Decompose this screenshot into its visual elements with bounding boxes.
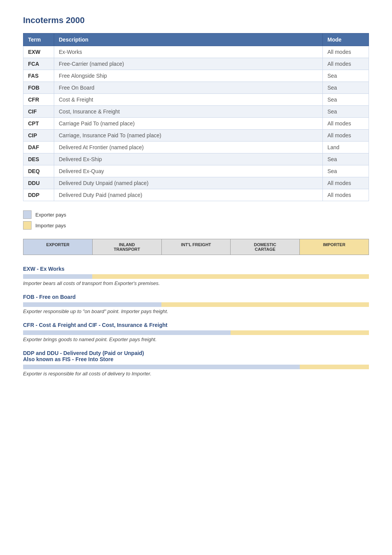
table-row: DAF Delivered At Frontier (named place) …: [23, 142, 369, 153]
mode-cell: Sea: [323, 153, 369, 165]
flow-cell-4: IMPORTER: [300, 239, 369, 255]
importer-color-box: [23, 221, 32, 230]
bar-exporter: [23, 274, 92, 279]
term-cell: FAS: [23, 70, 54, 82]
mode-cell: All modes: [323, 58, 369, 70]
table-row: CIF Cost, Insurance & Freight Sea: [23, 106, 369, 118]
mode-cell: All modes: [323, 130, 369, 142]
term-cell: DAF: [23, 142, 54, 153]
bar-exporter: [23, 302, 161, 307]
section-desc-exw: Importer bears all costs of transport fr…: [23, 280, 369, 286]
term-cell: EXW: [23, 46, 54, 58]
legend: Exporter pays Importer pays: [23, 210, 369, 230]
mode-cell: Sea: [323, 106, 369, 118]
table-row: DDP Delivered Duty Paid (named place) Al…: [23, 189, 369, 201]
bar-importer: [92, 274, 369, 279]
term-cell: DDU: [23, 177, 54, 189]
term-cell: DDP: [23, 189, 54, 201]
section-title-exw: EXW - Ex Works: [23, 266, 369, 272]
legend-exporter: Exporter pays: [23, 210, 369, 219]
table-row: FCA Free-Carrier (named place) All modes: [23, 58, 369, 70]
table-row: EXW Ex-Works All modes: [23, 46, 369, 58]
mode-cell: Sea: [323, 82, 369, 94]
description-cell: Delivered Duty Unpaid (named place): [54, 177, 323, 189]
table-row: DES Delivered Ex-Ship Sea: [23, 153, 369, 165]
flow-cell-1: INLAND TRANSPORT: [93, 239, 162, 255]
incoterms-table: Term Description Mode EXW Ex-Works All m…: [23, 33, 369, 201]
mode-cell: Land: [323, 142, 369, 153]
section-bars-exw: [23, 274, 369, 279]
exporter-label: Exporter pays: [35, 212, 66, 218]
term-cell: CIP: [23, 130, 54, 142]
table-row: CFR Cost & Freight Sea: [23, 94, 369, 106]
table-row: CPT Carriage Paid To (named place) All m…: [23, 118, 369, 130]
section-desc-cfr_cif: Exporter brings goods to named point. Ex…: [23, 337, 369, 342]
mode-cell: All modes: [323, 118, 369, 130]
description-cell: Free-Carrier (named place): [54, 58, 323, 70]
term-cell: CPT: [23, 118, 54, 130]
description-cell: Delivered Ex-Ship: [54, 153, 323, 165]
description-cell: Delivered Duty Paid (named place): [54, 189, 323, 201]
flow-cell-2: INT'L FREIGHT: [162, 239, 231, 255]
description-cell: Delivered Ex-Quay: [54, 165, 323, 177]
mode-cell: Sea: [323, 94, 369, 106]
col-header-term: Term: [23, 33, 54, 46]
mode-cell: Sea: [323, 70, 369, 82]
section-bars-cfr_cif: [23, 330, 369, 335]
bar-importer: [231, 330, 369, 335]
importer-label: Importer pays: [35, 223, 66, 228]
term-cell: FOB: [23, 82, 54, 94]
table-row: CIP Carriage, Insurance Paid To (named p…: [23, 130, 369, 142]
page-title: Incoterms 2000: [23, 15, 369, 25]
section-bars-fob: [23, 302, 369, 307]
section-exw: EXW - Ex WorksImporter bears all costs o…: [23, 266, 369, 286]
mode-cell: All modes: [323, 189, 369, 201]
section-title-ddp_ddu: DDP and DDU - Delivered Duty (Paid or Un…: [23, 350, 369, 362]
section-cfr_cif: CFR - Cost & Freight and CIF - Cost, Ins…: [23, 322, 369, 342]
flow-cell-0: EXPORTER: [23, 239, 93, 255]
legend-importer: Importer pays: [23, 221, 369, 230]
bar-exporter: [23, 365, 300, 369]
bar-importer: [161, 302, 369, 307]
description-cell: Carriage, Insurance Paid To (named place…: [54, 130, 323, 142]
section-desc-ddp_ddu: Exporter is responsible for all costs of…: [23, 371, 369, 377]
term-cell: DEQ: [23, 165, 54, 177]
table-row: FAS Free Alongside Ship Sea: [23, 70, 369, 82]
description-cell: Delivered At Frontier (named place): [54, 142, 323, 153]
mode-cell: Sea: [323, 165, 369, 177]
description-cell: Cost & Freight: [54, 94, 323, 106]
bar-exporter: [23, 330, 231, 335]
description-cell: Carriage Paid To (named place): [54, 118, 323, 130]
table-row: DEQ Delivered Ex-Quay Sea: [23, 165, 369, 177]
description-cell: Cost, Insurance & Freight: [54, 106, 323, 118]
exporter-color-box: [23, 210, 32, 219]
section-fob: FOB - Free on BoardExporter responsible …: [23, 294, 369, 314]
term-cell: CIF: [23, 106, 54, 118]
section-ddp_ddu: DDP and DDU - Delivered Duty (Paid or Un…: [23, 350, 369, 377]
bar-importer: [300, 365, 369, 369]
section-desc-fob: Exporter responsible up to "on board" po…: [23, 308, 369, 314]
term-cell: DES: [23, 153, 54, 165]
col-header-mode: Mode: [323, 33, 369, 46]
description-cell: Free On Board: [54, 82, 323, 94]
col-header-description: Description: [54, 33, 323, 46]
description-cell: Ex-Works: [54, 46, 323, 58]
mode-cell: All modes: [323, 177, 369, 189]
table-row: FOB Free On Board Sea: [23, 82, 369, 94]
description-cell: Free Alongside Ship: [54, 70, 323, 82]
flow-diagram: EXPORTERINLAND TRANSPORTINT'L FREIGHTDOM…: [23, 239, 369, 255]
flow-cell-3: DOMESTIC CARTAGE: [231, 239, 300, 255]
term-cell: FCA: [23, 58, 54, 70]
table-row: DDU Delivered Duty Unpaid (named place) …: [23, 177, 369, 189]
term-cell: CFR: [23, 94, 54, 106]
section-title-cfr_cif: CFR - Cost & Freight and CIF - Cost, Ins…: [23, 322, 369, 328]
section-bars-ddp_ddu: [23, 365, 369, 369]
section-title-fob: FOB - Free on Board: [23, 294, 369, 300]
mode-cell: All modes: [323, 46, 369, 58]
